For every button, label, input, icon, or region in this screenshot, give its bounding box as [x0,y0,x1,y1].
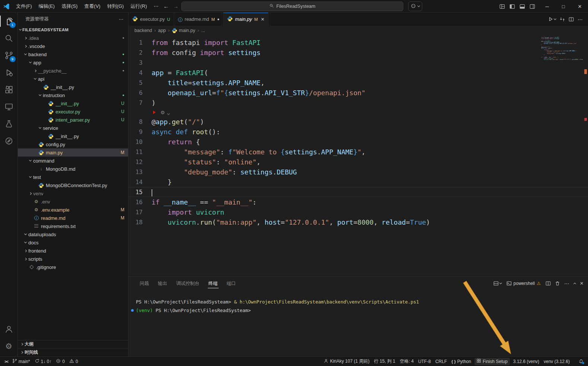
run-python-file-button[interactable] [547,15,557,23]
status-item-3-12-6-venv-[interactable]: 3.12.6 (venv) [511,357,541,366]
code-line-13[interactable]: 13 "debug_mode": settings.DEBUG [128,167,588,177]
menu-item-2[interactable]: 选择(S) [58,1,81,11]
close-button[interactable]: ✕ [572,0,588,13]
sidebar-section-时间线[interactable]: 时间线 [18,348,128,356]
maximize-button[interactable]: □ [555,0,572,13]
copilot-button[interactable] [408,1,422,11]
sidebar-right-toggle-icon[interactable] [527,1,537,11]
tree-item[interactable]: __init__.pyU [18,99,128,107]
line-number[interactable]: 5 [128,78,152,88]
tree-item[interactable]: instruction● [18,91,128,99]
chevron-down-icon[interactable] [168,109,169,116]
tree-item[interactable]: __init__.py [18,83,128,91]
code-line-15[interactable]: 15 [128,187,588,197]
breadcrumb-item[interactable]: app [158,28,166,33]
split-terminal-icon[interactable] [544,280,552,287]
code-line-3[interactable]: 3 [128,58,588,68]
status-item-kiriaky-107-1-[interactable]: KiriAky 107 (1 周前) [321,357,372,366]
line-number[interactable]: 14 [128,177,152,187]
terminal-profile-item[interactable]: powershell⚠ [504,280,543,287]
close-panel-icon[interactable]: ✕ [578,280,585,287]
activity-source-control[interactable]: 9 [0,47,18,64]
tree-item[interactable]: .vscode [18,42,128,50]
activity-extensions[interactable] [0,81,18,98]
status-item-utf-8[interactable]: UTF-8 [416,357,433,366]
line-number[interactable]: 4 [128,68,152,78]
status-item[interactable] [572,357,576,366]
open-changes-icon[interactable] [559,16,566,23]
menu-item-4[interactable]: 转到(G) [104,1,127,11]
panel-tab-调试控制台[interactable]: 调试控制台 [172,277,203,290]
code-line-16[interactable]: 16if __name__ == "__main__": [128,197,588,207]
code-line-6[interactable]: 6 openapi_url=f"{settings.API_V1_STR}/op… [128,88,588,98]
tree-item[interactable]: ⚙.env [18,198,128,206]
code-line-2[interactable]: 2from config import settings [128,48,588,58]
activity-gitlens[interactable] [0,132,18,150]
code-line-7[interactable]: 7) [128,98,588,108]
tab-main.py[interactable]: main.pyM✕ [223,13,268,26]
breadcrumb-item[interactable]: main.py [172,28,195,33]
tree-item[interactable]: requirements.txt [18,222,128,230]
tree-item[interactable]: backend● [18,50,128,58]
code-line-18[interactable]: 18 uvicorn.run("main:app", host="127.0.0… [128,217,588,227]
code-line-1[interactable]: 1from fastapi import FastAPI [128,38,588,48]
inline-widget-row[interactable]: ⚙ [128,108,588,117]
status-item-0[interactable]: 0 [54,357,67,366]
tree-item[interactable]: MongoDBConnectionTest.py [18,181,128,189]
line-number[interactable]: 15 [128,187,152,197]
tree-item[interactable]: config.py [18,140,128,148]
code-line-10[interactable]: 10 return { [128,137,588,147]
status-item-1-0-[interactable]: 1↓ 0↑ [32,357,54,366]
line-number[interactable]: 11 [128,147,152,157]
code-line-8[interactable]: 8@app.get("/") [128,117,588,127]
activity-run-debug[interactable] [0,64,18,81]
more-actions-icon[interactable]: ⋯ [576,15,584,23]
back-button[interactable]: ← [161,1,171,11]
tab-readme.md[interactable]: ireadme.mdM● [174,13,223,26]
sidebar-section-大纲[interactable]: 大纲 [18,340,128,348]
tree-item[interactable]: executor.pyU [18,107,128,116]
menu-item-1[interactable]: 编辑(E) [35,1,58,11]
line-number[interactable]: 13 [128,167,152,177]
minimize-button[interactable]: ─ [539,0,555,13]
code-line-4[interactable]: 4app = FastAPI( [128,68,588,78]
menu-item-0[interactable]: 文件(F) [13,1,35,11]
tree-item[interactable]: ⚙.env.exampleM [18,206,128,214]
tree-item[interactable]: frontend [18,247,128,255]
tree-root-header[interactable]: FILESREADSYSTEAM [18,26,128,34]
tree-item[interactable]: data\uploads [18,230,128,238]
tree-item[interactable]: api [18,75,128,83]
more-actions-icon[interactable]: ⋯ [563,279,571,288]
status-item-python[interactable]: { }Python [449,357,473,366]
line-number[interactable]: 12 [128,157,152,167]
layout-toggle-icon[interactable] [497,1,507,11]
tree-item[interactable]: ireadme.mdM [18,214,128,222]
line-number[interactable]: 9 [128,127,152,137]
code-line-11[interactable]: 11 "message": f"Welcome to {settings.APP… [128,147,588,157]
status-item-venv-3-12-6-[interactable]: venv (3.12.6) [541,357,572,366]
tree-item[interactable]: app● [18,58,128,67]
tree-item[interactable]: .gitignore [18,263,128,271]
status-item[interactable] [576,357,586,366]
line-number[interactable]: 2 [128,48,152,58]
line-number[interactable]: 6 [128,88,152,98]
kill-terminal-icon[interactable] [553,280,562,287]
panel-tab-问题[interactable]: 问题 [136,277,153,290]
line-number[interactable]: 7 [128,98,152,108]
status-item--4[interactable]: 空格: 4 [398,357,416,366]
panel-tab-终端[interactable]: 终端 [205,277,222,290]
tab-close-icon[interactable]: ✕ [261,17,264,22]
status-item[interactable]: >< [2,357,10,366]
activity-testing[interactable] [0,115,18,132]
status-item-main-[interactable]: main* [10,357,32,366]
line-number[interactable]: 18 [128,217,152,227]
breadcrumb-item[interactable]: ... [201,28,205,33]
activity-explorer[interactable]: 1 [0,13,18,30]
code-line-17[interactable]: 17 import uvicorn [128,207,588,217]
panel-tab-输出[interactable]: 输出 [154,277,171,290]
tree-item[interactable]: main.pyM [18,148,128,157]
status-item-finish-setup[interactable]: Finish Setup [474,358,510,365]
activity-account[interactable] [0,321,18,338]
menu-item-6[interactable]: ⋯ [150,1,162,11]
sidebar-left-toggle-icon[interactable] [507,1,517,11]
